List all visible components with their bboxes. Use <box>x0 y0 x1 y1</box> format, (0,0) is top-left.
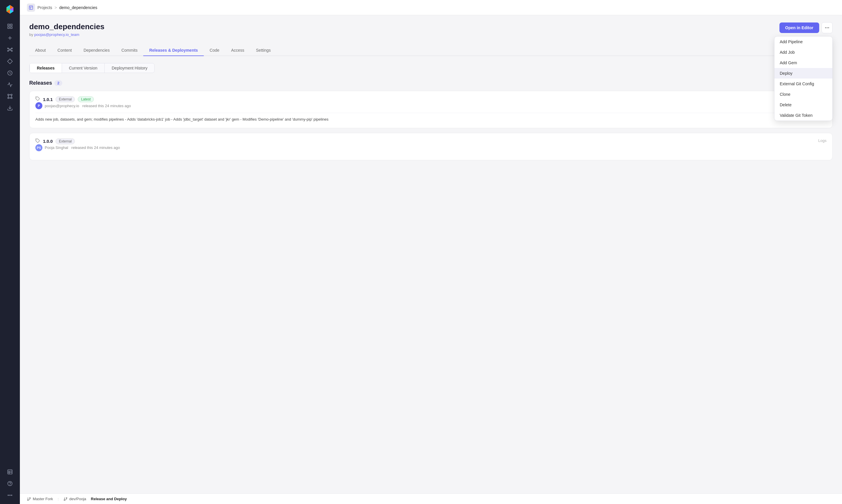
release-version-row-0: 1.0.1 External Latest <box>35 96 826 102</box>
breadcrumb-root[interactable]: Projects <box>37 5 52 10</box>
tab-releases-deployments[interactable]: Releases & Deployments <box>143 45 204 56</box>
sub-tabs: Releases Current Version Deployment Hist… <box>29 63 155 73</box>
release-avatar-0: P <box>35 102 42 109</box>
app-logo[interactable] <box>4 3 16 15</box>
svg-rect-43 <box>29 6 33 10</box>
svg-point-56 <box>64 499 65 501</box>
table-sidebar-icon[interactable] <box>5 467 15 477</box>
download-sidebar-icon[interactable] <box>5 103 15 113</box>
add-sidebar-icon[interactable] <box>5 33 15 43</box>
svg-rect-28 <box>11 97 12 98</box>
svg-line-20 <box>11 49 12 49</box>
release-author-text-0: poojas@prophecy.io released this 24 minu… <box>45 104 131 108</box>
breadcrumb-separator: > <box>55 5 57 10</box>
svg-rect-8 <box>8 24 10 26</box>
svg-point-41 <box>10 495 11 496</box>
svg-rect-34 <box>8 470 12 474</box>
tab-code[interactable]: Code <box>204 45 225 56</box>
dropdown-add-gem[interactable]: Add Gem <box>774 57 832 68</box>
release-version-1: 1.0.0 <box>43 139 53 144</box>
help-sidebar-icon[interactable] <box>5 478 15 489</box>
dropdown-validate-git-token[interactable]: Validate Git Token <box>774 110 832 121</box>
sub-tab-deployment-history[interactable]: Deployment History <box>104 64 154 73</box>
svg-rect-11 <box>8 27 10 29</box>
releases-count-badge: 2 <box>54 80 62 86</box>
fork-icon <box>64 497 68 501</box>
tag-icon-1 <box>35 139 40 144</box>
bottom-bar: Master Fork : dev/Pooja Release and Depl… <box>20 493 842 504</box>
svg-point-48 <box>828 28 829 28</box>
svg-point-52 <box>30 497 31 499</box>
release-card-1: 1.0.0 External PS Pooja Singhal released… <box>29 133 832 160</box>
graph-sidebar-icon[interactable] <box>5 44 15 55</box>
tag-icon-0 <box>35 96 40 102</box>
dropdown-delete[interactable]: Delete <box>774 100 832 110</box>
bottom-bar-branch: Master Fork <box>27 497 53 501</box>
more-options-button[interactable] <box>822 22 832 33</box>
tab-dependencies[interactable]: Dependencies <box>78 45 116 56</box>
svg-point-18 <box>12 51 12 51</box>
pipeline-sidebar-icon[interactable] <box>5 91 15 102</box>
releases-section-title: Releases 2 <box>29 80 832 86</box>
open-in-editor-button[interactable]: Open in Editor <box>779 22 819 33</box>
branch-icon <box>27 497 31 501</box>
sidebar <box>0 0 20 504</box>
svg-point-40 <box>8 495 9 496</box>
dropdown-deploy[interactable]: Deploy <box>774 68 832 78</box>
dropdown-menu: 1 → Add Pipeline Add Job Add Gem Deploy … <box>774 36 832 121</box>
top-navigation: Projects > demo_dependencies <box>20 0 842 15</box>
more-sidebar-icon[interactable] <box>5 490 15 501</box>
tab-access[interactable]: Access <box>225 45 250 56</box>
release-deploy-action[interactable]: Release and Deploy <box>91 497 127 501</box>
release-version-row-1: 1.0.0 External <box>35 139 120 144</box>
sub-tab-current-version[interactable]: Current Version <box>62 64 104 73</box>
svg-rect-25 <box>8 94 9 95</box>
subtitle-prefix: by <box>29 32 33 37</box>
camera-sidebar-icon[interactable] <box>5 21 15 32</box>
sub-tab-releases[interactable]: Releases <box>30 64 62 73</box>
bottom-bar-fork: dev/Pooja <box>64 497 86 501</box>
header-actions: Open in Editor 1 → Add Pipeline Add Job <box>779 22 832 33</box>
release-latest-badge-0: Latest <box>78 96 94 102</box>
page-subtitle: by poojas@prophecy.io_team <box>29 32 104 37</box>
subtitle-author-link[interactable]: poojas@prophecy.io_team <box>34 32 79 37</box>
tab-settings[interactable]: Settings <box>250 45 277 56</box>
svg-line-21 <box>8 50 10 51</box>
main-content: demo_dependencies by poojas@prophecy.io_… <box>20 15 842 493</box>
svg-rect-26 <box>11 94 12 95</box>
diamond-sidebar-icon[interactable] <box>5 56 15 67</box>
breadcrumb: Projects > demo_dependencies <box>37 5 97 10</box>
main-tabs: About Content Dependencies Commits Relea… <box>29 45 832 56</box>
fork-label: dev/Pooja <box>69 497 86 501</box>
project-icon <box>27 3 35 12</box>
tab-about[interactable]: About <box>29 45 52 56</box>
tab-commits[interactable]: Commits <box>116 45 143 56</box>
release-author-name-0: poojas@prophecy.io <box>45 104 79 108</box>
svg-rect-10 <box>11 27 12 29</box>
releases-title-text: Releases <box>29 80 52 86</box>
release-logs-link-1[interactable]: Logs <box>818 139 826 143</box>
svg-point-55 <box>66 497 67 499</box>
activity-sidebar-icon[interactable] <box>5 79 15 90</box>
dropdown-add-pipeline[interactable]: Add Pipeline <box>774 36 832 47</box>
dropdown-add-job[interactable]: Add Job <box>774 47 832 57</box>
svg-point-53 <box>28 499 29 501</box>
release-author-name-1: Pooja Singhal <box>45 145 68 150</box>
release-author-text-1: Pooja Singhal released this 24 minutes a… <box>45 145 120 150</box>
release-author-time-0: released this 24 minutes ago <box>83 104 131 108</box>
svg-line-22 <box>11 50 12 51</box>
svg-rect-9 <box>11 24 12 26</box>
clock-sidebar-icon[interactable] <box>5 68 15 78</box>
release-external-badge-0: External <box>55 96 75 102</box>
svg-rect-27 <box>8 97 9 98</box>
svg-point-17 <box>7 51 8 51</box>
release-avatar-1: PS <box>35 144 42 151</box>
dropdown-external-git-config[interactable]: External Git Config <box>774 78 832 89</box>
dropdown-clone[interactable]: Clone <box>774 89 832 100</box>
tab-content[interactable]: Content <box>52 45 78 56</box>
page-header: demo_dependencies by poojas@prophecy.io_… <box>29 22 832 37</box>
breadcrumb-current: demo_dependencies <box>59 5 97 10</box>
svg-marker-23 <box>7 59 13 64</box>
release-version-0: 1.0.1 <box>43 97 53 102</box>
svg-point-47 <box>827 28 828 28</box>
